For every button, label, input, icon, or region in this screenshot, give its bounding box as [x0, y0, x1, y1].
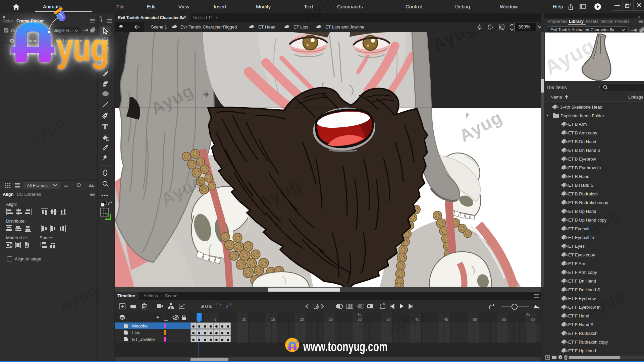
svg-text:ET B Rudraksh copy: ET B Rudraksh copy	[568, 200, 608, 205]
svg-text:ET F Eyebrow In: ET F Eyebrow In	[568, 305, 601, 310]
svg-text:ET Eyeball: ET Eyeball	[568, 226, 589, 231]
svg-text:ET B Arm copy: ET B Arm copy	[568, 130, 597, 135]
svg-text:ET F Up Hand: ET F Up Hand	[568, 348, 596, 353]
svg-text:ET B Arm: ET B Arm	[568, 122, 587, 127]
svg-text:ET B Rudraksh: ET B Rudraksh	[568, 191, 598, 196]
svg-text:Ayug: Ayug	[429, 32, 479, 55]
svg-text:ET B Hand S: ET B Hand S	[568, 183, 594, 188]
svg-text:ET B Eyebrow In: ET B Eyebrow In	[568, 165, 601, 170]
svg-text:ET F Rudraksh copy: ET F Rudraksh copy	[568, 340, 608, 345]
svg-text:ET B Dn Hand S: ET B Dn Hand S	[568, 148, 600, 153]
svg-text:ET B Up Hand: ET B Up Hand	[568, 209, 596, 214]
svg-text:ET F Arm copy: ET F Arm copy	[568, 270, 597, 275]
svg-text:ET F Hand S: ET F Hand S	[568, 322, 593, 327]
svg-text:ET F Dn Hand: ET F Dn Hand	[568, 279, 596, 284]
svg-text:ET F Arm: ET F Arm	[568, 261, 587, 266]
svg-text:ET B Up Hand copy: ET B Up Hand copy	[568, 218, 607, 223]
svg-text:ET F Eyebrow: ET F Eyebrow	[568, 296, 596, 301]
svg-text:3-4th Skeletone Head: 3-4th Skeletone Head	[560, 105, 602, 110]
svg-text:ET Eyeball In: ET Eyeball In	[568, 235, 594, 240]
svg-text:ET F Rudraksh: ET F Rudraksh	[568, 331, 597, 336]
svg-text:ET B Eyebrow: ET B Eyebrow	[568, 157, 596, 162]
svg-text:Duplicate Items Folder: Duplicate Items Folder	[560, 113, 604, 118]
svg-text:ET B Hand: ET B Hand	[568, 174, 589, 179]
svg-text:ET F Hand: ET F Hand	[568, 313, 589, 318]
svg-text:ET B Dn Hand: ET B Dn Hand	[568, 139, 596, 144]
svg-text:ET Eyes: ET Eyes	[568, 244, 585, 249]
svg-text:ET F Dn Hand S: ET F Dn Hand S	[568, 287, 600, 292]
svg-text:ET Eyes copy: ET Eyes copy	[568, 252, 595, 257]
